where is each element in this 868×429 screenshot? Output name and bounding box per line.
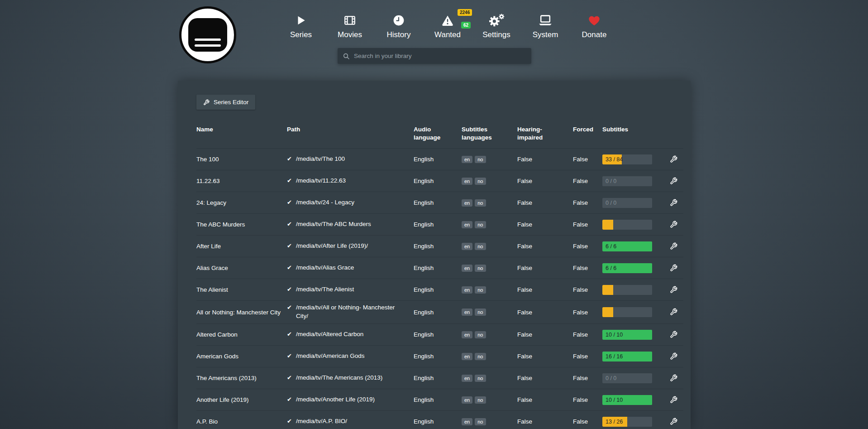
table-row: Altered Carbon ✔ /media/tv/Altered Carbo…: [196, 324, 683, 346]
bazarr-logo[interactable]: [179, 6, 236, 63]
series-name-link[interactable]: The Americans (2013): [196, 375, 287, 381]
wrench-icon[interactable]: [670, 307, 677, 316]
series-name-link[interactable]: Altered Carbon: [196, 331, 287, 338]
subtitles-progress-cell: 0 / 0: [602, 198, 663, 208]
series-name-link[interactable]: Alias Grace: [196, 265, 287, 271]
check-icon: ✔: [287, 177, 292, 185]
series-name-link[interactable]: The ABC Murders: [196, 221, 287, 228]
wrench-icon[interactable]: [670, 176, 677, 185]
nav-item-settings[interactable]: Settings: [472, 12, 521, 39]
language-badge: en: [462, 221, 472, 228]
hearing-impaired-value: False: [517, 221, 573, 228]
subtitles-progress-cell: 16 / 16: [602, 352, 663, 362]
hearing-impaired-value: False: [517, 375, 573, 381]
logo-subtitle-line: [195, 44, 221, 47]
series-name-link[interactable]: American Gods: [196, 353, 287, 360]
wanted-count-badge: 62: [461, 22, 471, 29]
wrench-icon[interactable]: [670, 352, 677, 360]
forced-value: False: [573, 353, 602, 360]
subtitles-progress-cell: 10 / 10: [602, 395, 663, 405]
series-name-link[interactable]: All or Nothing: Manchester City: [196, 309, 287, 316]
series-name-link[interactable]: The Alienist: [196, 286, 287, 293]
wrench-icon[interactable]: [670, 154, 677, 163]
series-name-link[interactable]: 11.22.63: [196, 178, 287, 184]
subtitle-languages: enno: [462, 353, 517, 360]
series-path: ✔ /media/tv/The ABC Murders: [287, 220, 414, 229]
progress-label: 0 / 0: [606, 373, 616, 383]
audio-language: English: [414, 221, 462, 228]
wrench-icon[interactable]: [670, 285, 677, 294]
hearing-impaired-value: False: [517, 396, 573, 403]
language-badge: en: [462, 243, 472, 250]
series-path-text: /media/tv/A.P. BIO/: [296, 417, 347, 426]
nav-label: History: [374, 30, 423, 39]
subtitles-progress-bar: 33 / 84: [602, 154, 652, 164]
hearing-impaired-value: False: [517, 199, 573, 206]
nav-item-history[interactable]: History: [374, 12, 423, 39]
nav-item-movies[interactable]: Movies: [325, 12, 374, 39]
series-name-link[interactable]: The 100: [196, 156, 287, 163]
series-name-link[interactable]: After Life: [196, 243, 287, 250]
wrench-icon[interactable]: [670, 373, 677, 382]
wrench-icon[interactable]: [670, 417, 677, 425]
forced-value: False: [573, 375, 602, 381]
series-name-link[interactable]: 24: Legacy: [196, 199, 287, 206]
language-badge: no: [475, 396, 486, 404]
nav-item-series[interactable]: Series: [277, 12, 325, 39]
series-path-text: /media/tv/The Americans (2013): [296, 374, 382, 382]
series-editor-label: Series Editor: [214, 99, 248, 106]
nav-label: Series: [277, 30, 325, 39]
forced-value: False: [573, 418, 602, 425]
search-input[interactable]: [354, 53, 526, 59]
language-badge: en: [462, 396, 472, 404]
series-path: ✔ /media/tv/Alias Grace: [287, 264, 414, 272]
series-path-text: /media/tv/24 - Legacy: [296, 198, 354, 207]
subtitles-progress-cell: 0 / 0: [602, 176, 663, 186]
col-header-subtitles-languages: Subtitles languages: [462, 125, 517, 142]
language-badge: en: [462, 156, 472, 163]
wrench-icon[interactable]: [670, 395, 677, 404]
series-path-text: /media/tv/The ABC Murders: [296, 220, 371, 229]
language-badge: no: [475, 418, 486, 425]
wrench-icon[interactable]: [670, 220, 677, 228]
subtitle-languages: enno: [462, 308, 517, 316]
heart-icon: [570, 12, 619, 29]
series-path: ✔ /media/tv/A.P. BIO/: [287, 417, 414, 426]
col-header-hearing-impaired: Hearing-impaired: [517, 125, 573, 142]
forced-value: False: [573, 396, 602, 403]
nav-item-wanted[interactable]: Wanted 2246 62: [423, 12, 472, 39]
audio-language: English: [414, 309, 462, 316]
check-icon: ✔: [287, 395, 292, 404]
series-path-text: /media/tv/Altered Carbon: [296, 330, 363, 339]
wanted-count-badge: 2246: [458, 9, 472, 16]
language-badge: en: [462, 353, 472, 360]
film-icon: [325, 12, 374, 29]
forced-value: False: [573, 309, 602, 316]
series-editor-button[interactable]: Series Editor: [196, 95, 255, 110]
series-name-link[interactable]: Another Life (2019): [196, 396, 287, 403]
gears-icon: [472, 12, 521, 29]
nav-item-system[interactable]: System: [521, 12, 570, 39]
progress-label: 10 / 10: [606, 330, 623, 340]
subtitles-progress-bar: [602, 307, 652, 317]
series-path: ✔ /media/tv/24 - Legacy: [287, 198, 414, 207]
wrench-icon[interactable]: [670, 198, 677, 207]
nav-item-donate[interactable]: Donate: [570, 12, 619, 39]
table-row: The ABC Murders ✔ /media/tv/The ABC Murd…: [196, 214, 683, 236]
subtitles-progress-bar: [602, 285, 652, 295]
progress-label: 16 / 16: [606, 352, 623, 362]
series-path: ✔ /media/tv/After Life (2019)/: [287, 242, 414, 251]
wrench-icon[interactable]: [670, 241, 677, 250]
series-path: ✔ /media/tv/Another Life (2019): [287, 395, 414, 404]
wrench-icon[interactable]: [670, 330, 677, 338]
col-header-forced: Forced: [573, 125, 602, 134]
progress-label: 6 / 6: [606, 263, 616, 273]
subtitle-languages: enno: [462, 286, 517, 294]
table-row: All or Nothing: Manchester City ✔ /media…: [196, 301, 683, 324]
clock-icon: [374, 12, 423, 29]
wrench-icon[interactable]: [670, 263, 677, 272]
play-icon: [277, 12, 325, 29]
subtitles-progress-cell: 6 / 6: [602, 241, 663, 251]
series-name-link[interactable]: A.P. Bio: [196, 418, 287, 425]
subtitle-languages: enno: [462, 396, 517, 404]
